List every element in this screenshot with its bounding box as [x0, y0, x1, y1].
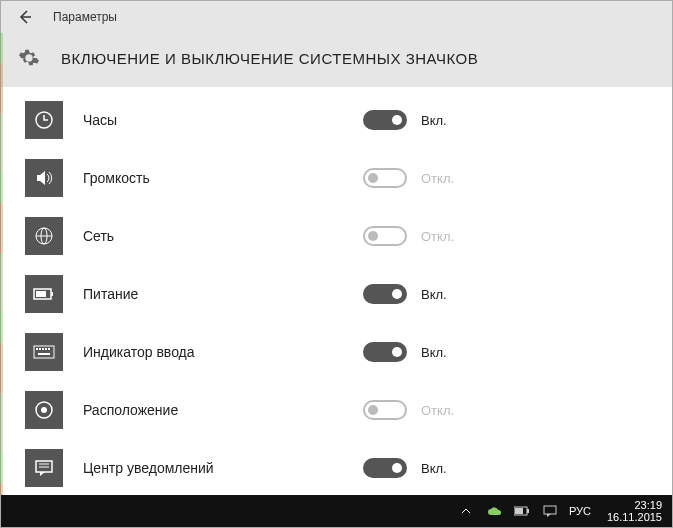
toggle-group: Вкл.: [363, 110, 447, 130]
toggle-switch[interactable]: [363, 342, 407, 362]
toggle-state-label: Вкл.: [421, 345, 447, 360]
back-button[interactable]: [9, 1, 41, 33]
settings-list: Часы Вкл. Громкость Откл. Сеть Откл. Пит…: [1, 87, 672, 495]
window-title: Параметры: [53, 10, 117, 24]
toggle-switch[interactable]: [363, 226, 407, 246]
svg-rect-14: [38, 353, 50, 355]
setting-row: Питание Вкл.: [1, 265, 672, 323]
toggle-switch[interactable]: [363, 168, 407, 188]
setting-label: Расположение: [83, 402, 363, 418]
volume-icon: [25, 159, 63, 197]
toggle-group: Откл.: [363, 400, 454, 420]
svg-rect-8: [34, 346, 54, 358]
setting-row: Громкость Откл.: [1, 149, 672, 207]
toggle-group: Вкл.: [363, 342, 447, 362]
svg-rect-21: [527, 509, 529, 513]
toggle-switch[interactable]: [363, 458, 407, 478]
chevron-up-icon[interactable]: [457, 502, 475, 520]
battery-tray-icon[interactable]: [513, 502, 531, 520]
back-arrow-icon: [17, 9, 33, 25]
svg-rect-13: [48, 348, 50, 350]
taskbar-date: 16.11.2015: [607, 511, 662, 523]
language-indicator[interactable]: РУС: [569, 505, 591, 517]
toggle-switch[interactable]: [363, 284, 407, 304]
onedrive-icon[interactable]: [485, 502, 503, 520]
actioncenter-icon: [25, 449, 63, 487]
taskbar-time: 23:19: [634, 499, 662, 511]
desktop-edge: [0, 33, 3, 495]
toggle-group: Откл.: [363, 226, 454, 246]
svg-point-16: [41, 407, 47, 413]
keyboard-icon: [25, 333, 63, 371]
setting-row: Центр уведомлений Вкл.: [1, 439, 672, 495]
taskbar-clock[interactable]: 23:19 16.11.2015: [607, 499, 662, 523]
system-tray: РУС 23:19 16.11.2015: [457, 499, 662, 523]
toggle-group: Откл.: [363, 168, 454, 188]
toggle-state-label: Вкл.: [421, 113, 447, 128]
page-header: ВКЛЮЧЕНИЕ И ВЫКЛЮЧЕНИЕ СИСТЕМНЫХ ЗНАЧКОВ: [1, 33, 672, 87]
svg-rect-9: [36, 348, 38, 350]
clock-icon: [25, 101, 63, 139]
toggle-state-label: Вкл.: [421, 461, 447, 476]
page-title: ВКЛЮЧЕНИЕ И ВЫКЛЮЧЕНИЕ СИСТЕМНЫХ ЗНАЧКОВ: [61, 50, 478, 67]
svg-rect-6: [51, 292, 53, 296]
toggle-switch[interactable]: [363, 110, 407, 130]
svg-rect-7: [36, 291, 46, 297]
setting-row: Расположение Откл.: [1, 381, 672, 439]
toggle-state-label: Откл.: [421, 403, 454, 418]
setting-row: Сеть Откл.: [1, 207, 672, 265]
location-icon: [25, 391, 63, 429]
globe-icon: [25, 217, 63, 255]
toggle-group: Вкл.: [363, 284, 447, 304]
svg-rect-23: [544, 506, 556, 514]
setting-row: Индикатор ввода Вкл.: [1, 323, 672, 381]
setting-label: Питание: [83, 286, 363, 302]
toggle-state-label: Откл.: [421, 171, 454, 186]
setting-label: Сеть: [83, 228, 363, 244]
toggle-group: Вкл.: [363, 458, 447, 478]
setting-row: Часы Вкл.: [1, 91, 672, 149]
setting-label: Индикатор ввода: [83, 344, 363, 360]
svg-rect-11: [42, 348, 44, 350]
svg-rect-12: [45, 348, 47, 350]
settings-window: Параметры ВКЛЮЧЕНИЕ И ВЫКЛЮЧЕНИЕ СИСТЕМН…: [0, 0, 673, 528]
toggle-state-label: Откл.: [421, 229, 454, 244]
title-bar: Параметры: [1, 1, 672, 33]
taskbar[interactable]: РУС 23:19 16.11.2015: [1, 495, 672, 527]
actioncenter-tray-icon[interactable]: [541, 502, 559, 520]
toggle-state-label: Вкл.: [421, 287, 447, 302]
battery-icon: [25, 275, 63, 313]
setting-label: Громкость: [83, 170, 363, 186]
gear-icon: [17, 47, 41, 69]
setting-label: Часы: [83, 112, 363, 128]
setting-label: Центр уведомлений: [83, 460, 363, 476]
svg-rect-10: [39, 348, 41, 350]
svg-rect-22: [515, 508, 523, 514]
toggle-switch[interactable]: [363, 400, 407, 420]
